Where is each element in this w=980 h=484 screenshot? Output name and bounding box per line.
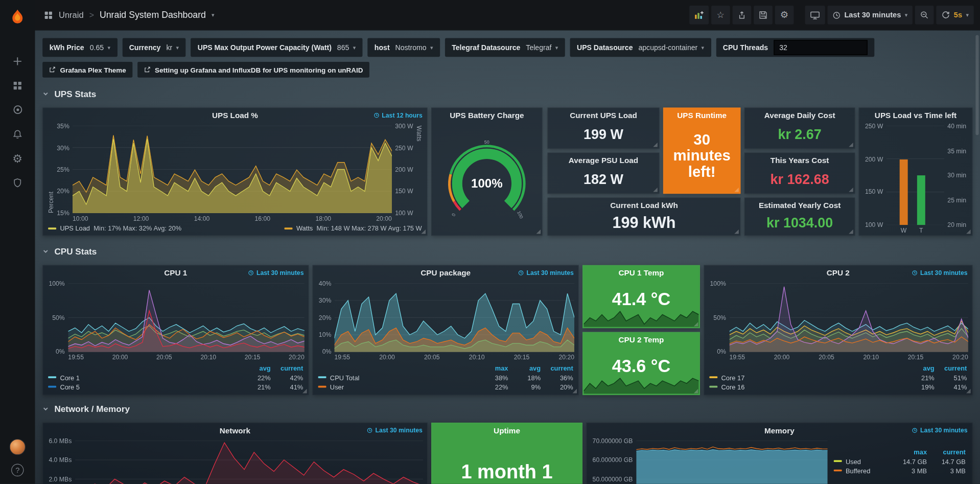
variable-value-dropdown[interactable]: kr▾ bbox=[166, 44, 179, 52]
legend-color-swatch[interactable] bbox=[709, 376, 717, 378]
legend-item[interactable]: User22%9%20% bbox=[318, 382, 573, 391]
panel-title[interactable]: Uptime bbox=[494, 426, 520, 435]
panel-average-daily-cost[interactable]: Average Daily Cost kr 2.67 bbox=[744, 107, 855, 149]
time-override-badge[interactable]: Last 30 minutes bbox=[519, 269, 574, 276]
save-button[interactable] bbox=[754, 6, 773, 25]
legend-column-header[interactable]: avg bbox=[508, 364, 541, 372]
scrollbar-thumb[interactable] bbox=[975, 35, 978, 135]
legend-item[interactable]: Core 1721%51% bbox=[709, 373, 967, 382]
panel-title[interactable]: UPS Runtime bbox=[677, 111, 727, 120]
panel-title[interactable]: CPU package bbox=[421, 269, 471, 278]
time-picker[interactable]: Last 30 minutes ▾ bbox=[827, 6, 913, 25]
dashboard-settings-button[interactable]: ⚙ bbox=[775, 6, 794, 25]
panel-this-years-cost[interactable]: This Years Cost kr 162.68 bbox=[744, 152, 855, 194]
breadcrumb-app[interactable]: Unraid bbox=[59, 10, 84, 19]
time-override-badge[interactable]: Last 30 minutes bbox=[912, 427, 967, 433]
ups-load-chart[interactable]: Percent35%30%25%20%15%300 W250 W200 W150… bbox=[43, 123, 427, 223]
legend-column-header[interactable]: current bbox=[271, 364, 304, 372]
panel-current-ups-load[interactable]: Current UPS Load 199 W bbox=[548, 107, 660, 149]
legend-column-header[interactable]: max bbox=[476, 364, 508, 372]
legend-item[interactable]: WattsMin: 148 W Max: 278 W Avg: 175 W bbox=[285, 224, 422, 232]
cycle-view-button[interactable] bbox=[805, 6, 825, 25]
legend-item[interactable]: UPS LoadMin: 17% Max: 32% Avg: 20% bbox=[48, 224, 181, 232]
cpu2-chart[interactable]: 100%50%0%19:5520:0020:0520:1020:1520:20 bbox=[705, 281, 972, 362]
panel-title[interactable]: Memory bbox=[764, 426, 795, 435]
panel-ups-runtime[interactable]: UPS Runtime 30 minutes left! bbox=[663, 107, 741, 194]
network-chart[interactable]: 6.0 MBs4.0 MBs2.0 MBs0 MBs19:5520:0020:0… bbox=[43, 438, 427, 483]
time-override-badge[interactable]: Last 30 minutes bbox=[912, 269, 967, 276]
panel-title[interactable]: CPU 2 Temp bbox=[619, 336, 664, 344]
panel-cpu-2-temp[interactable]: CPU 2 Temp 43.6 °C bbox=[582, 332, 700, 396]
panel-network[interactable]: Network Last 30 minutes 6.0 MBs4.0 MBs2.… bbox=[42, 423, 427, 484]
star-button[interactable]: ☆ bbox=[711, 6, 730, 25]
chart-area[interactable]: 70.000000 GB60.000000 GB50.000000 GB40.0… bbox=[591, 438, 828, 483]
panel-title[interactable]: UPS Battery Charge bbox=[450, 111, 524, 120]
help-button[interactable]: ? bbox=[11, 464, 24, 476]
dashboard-title[interactable]: Unraid System Dashboard bbox=[100, 10, 206, 20]
chart-area[interactable]: Percent35%30%25%20%15%300 W250 W200 W150… bbox=[47, 123, 423, 213]
panel-title[interactable]: Estimated Yearly Cost bbox=[759, 201, 841, 210]
plot-area[interactable] bbox=[636, 441, 828, 483]
refresh-button[interactable]: 5s ▾ bbox=[937, 6, 974, 25]
plot-area[interactable] bbox=[334, 283, 574, 352]
panel-current-load-kwh[interactable]: Current Load kWh 199 kWh bbox=[548, 198, 741, 236]
legend-item[interactable]: Used14.7 GB14.7 GB bbox=[834, 456, 966, 466]
sidebar-item-create[interactable] bbox=[0, 49, 35, 73]
link-ups-monitoring-guide[interactable]: Setting up Grafana and InfluxDB for UPS … bbox=[137, 62, 369, 78]
row-header-network-memory[interactable]: Network / Memory bbox=[42, 404, 130, 414]
row-header-cpu-stats[interactable]: CPU Stats bbox=[42, 246, 97, 257]
panel-uptime[interactable]: Uptime 1 month 1 week bbox=[431, 423, 582, 484]
legend-color-swatch[interactable] bbox=[48, 376, 56, 378]
panel-ups-load-vs-time-left[interactable]: UPS Load vs Time left 250 W200 W150 W100… bbox=[859, 107, 973, 236]
share-button[interactable] bbox=[732, 6, 751, 25]
panel-title[interactable]: UPS Load % bbox=[212, 111, 258, 120]
plot-area[interactable] bbox=[886, 126, 944, 225]
panel-title[interactable]: UPS Load vs Time left bbox=[875, 111, 956, 120]
user-avatar[interactable] bbox=[9, 439, 26, 455]
variable-value-dropdown[interactable]: Telegraf▾ bbox=[526, 44, 558, 52]
legend-column-header[interactable]: max bbox=[888, 448, 927, 455]
apps-grid-icon[interactable] bbox=[44, 10, 53, 19]
ups-bars-chart[interactable]: 250 W200 W150 W100 W40 min35 min30 min25… bbox=[859, 123, 972, 235]
legend-column-header[interactable]: current bbox=[541, 364, 573, 372]
panel-title[interactable]: Current UPS Load bbox=[570, 111, 637, 120]
cpu-threads-input[interactable] bbox=[774, 40, 867, 55]
plot-area[interactable] bbox=[729, 283, 968, 352]
chart-area[interactable]: 40%30%20%10%0% bbox=[317, 281, 574, 352]
zoom-out-button[interactable] bbox=[915, 6, 934, 25]
legend-item[interactable]: Core 1619%41% bbox=[709, 382, 967, 391]
plot-area[interactable] bbox=[73, 126, 392, 213]
grafana-logo[interactable] bbox=[7, 6, 28, 28]
panel-cpu-2[interactable]: CPU 2 Last 30 minutes 100%50%0%19:5520:0… bbox=[704, 265, 972, 395]
panel-cpu-package[interactable]: CPU package Last 30 minutes 40%30%20%10%… bbox=[313, 265, 579, 395]
panel-ups-load[interactable]: UPS Load % Last 12 hours Percent35%30%25… bbox=[42, 107, 427, 236]
legend-item[interactable]: CPU Total38%18%36% bbox=[318, 373, 573, 382]
memory-chart[interactable]: 70.000000 GB60.000000 GB50.000000 GB40.0… bbox=[587, 438, 831, 483]
cpu1-chart[interactable]: 100%50%0%19:5520:0020:0520:1020:1520:20 bbox=[43, 281, 308, 362]
legend-color-swatch[interactable] bbox=[285, 227, 293, 229]
add-panel-button[interactable] bbox=[689, 6, 709, 25]
link-grafana-plex-theme[interactable]: Grafana Plex Theme bbox=[42, 62, 132, 78]
panel-title[interactable]: CPU 1 bbox=[164, 269, 187, 278]
sidebar-item-server-admin[interactable] bbox=[0, 171, 35, 195]
panel-title[interactable]: This Years Cost bbox=[771, 156, 829, 165]
dashboard-title-caret-icon[interactable]: ▾ bbox=[212, 12, 215, 18]
panel-cpu-1-temp[interactable]: CPU 1 Temp 41.4 °C bbox=[582, 265, 700, 329]
legend-color-swatch[interactable] bbox=[709, 386, 717, 388]
variable-value-dropdown[interactable]: Nostromo▾ bbox=[395, 44, 433, 52]
cpu-package-chart[interactable]: 40%30%20%10%0%19:5520:0020:0520:1020:152… bbox=[313, 281, 578, 362]
panel-memory[interactable]: Memory Last 30 minutes 70.000000 GB60.00… bbox=[586, 423, 972, 484]
plot-area[interactable] bbox=[68, 283, 305, 352]
row-header-ups-stats[interactable]: UPS Stats bbox=[42, 89, 96, 99]
legend-color-swatch[interactable] bbox=[318, 376, 326, 378]
legend-color-swatch[interactable] bbox=[48, 386, 56, 388]
sidebar-item-configuration[interactable]: ⚙ bbox=[0, 146, 35, 171]
time-override-badge[interactable]: Last 12 hours bbox=[374, 112, 422, 119]
panel-title[interactable]: Current Load kWh bbox=[610, 201, 678, 210]
legend-color-swatch[interactable] bbox=[834, 460, 842, 462]
time-override-badge[interactable]: Last 30 minutes bbox=[367, 427, 423, 433]
time-override-badge[interactable]: Last 30 minutes bbox=[248, 269, 304, 276]
variable-value-dropdown[interactable]: 865▾ bbox=[337, 44, 356, 52]
panel-title[interactable]: Network bbox=[220, 426, 250, 435]
panel-ups-battery-charge[interactable]: UPS Battery Charge 050100100% bbox=[431, 107, 543, 236]
